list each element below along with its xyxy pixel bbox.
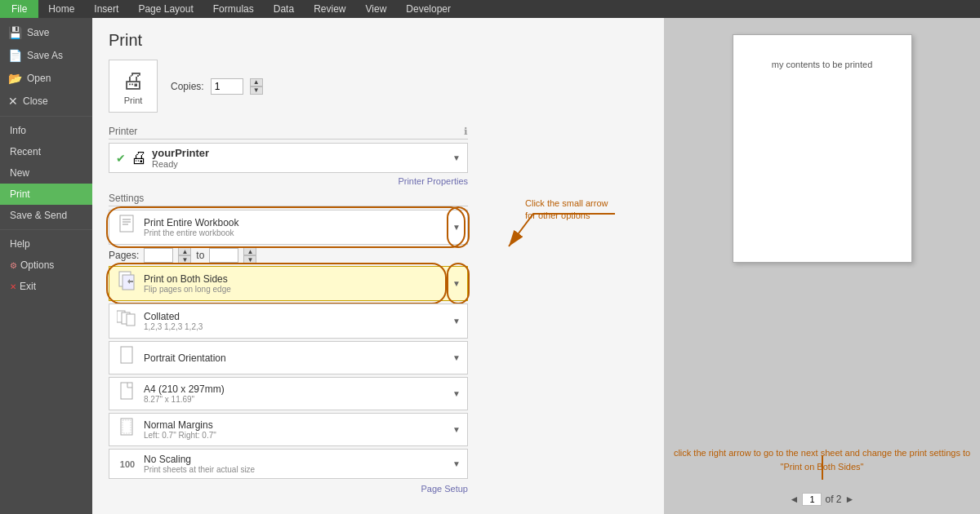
- sidebar-item-help[interactable]: Help: [0, 233, 92, 255]
- sidebar-item-new[interactable]: New: [0, 162, 92, 184]
- sidebar-item-open[interactable]: 📂 Open: [0, 67, 92, 90]
- sidebar-item-recent[interactable]: Recent: [0, 141, 92, 162]
- sidebar-item-options[interactable]: ⚙ Options: [0, 255, 92, 276]
- pages-spinner: ▲ ▼: [178, 247, 191, 264]
- sidebar-item-close[interactable]: ✕ Close: [0, 90, 92, 113]
- collate-dropdown-arrow[interactable]: ▼: [452, 317, 461, 326]
- printer-status: Ready: [152, 159, 452, 169]
- print-title: Print: [109, 31, 468, 50]
- menu-page-layout[interactable]: Page Layout: [128, 0, 203, 18]
- scope-dropdown-arrow[interactable]: ▼: [452, 223, 461, 232]
- pagination-bar: ◄ of 2 ►: [790, 493, 855, 506]
- printer-icon: 🖨: [122, 67, 145, 94]
- printer-device-icon: 🖨: [131, 148, 147, 167]
- settings-row-scope[interactable]: Print Entire Workbook Print the entire w…: [109, 210, 468, 245]
- duplex-title: Print on Both Sides: [144, 273, 452, 285]
- margins-icon: [116, 418, 139, 441]
- printer-info-icon: ℹ: [464, 126, 468, 137]
- svg-rect-0: [120, 215, 133, 232]
- page-setup-link[interactable]: Page Setup: [109, 484, 468, 494]
- orientation-dropdown-arrow[interactable]: ▼: [452, 353, 461, 362]
- page-preview: my contents to be printed: [733, 34, 912, 263]
- margins-dropdown-arrow[interactable]: ▼: [452, 425, 461, 434]
- menu-data[interactable]: Data: [264, 0, 304, 18]
- menu-developer[interactable]: Developer: [396, 0, 461, 18]
- printer-dropdown-arrow[interactable]: ▼: [452, 153, 461, 162]
- scaling-content: No Scaling Print sheets at their actual …: [144, 454, 452, 474]
- pages-from-input[interactable]: [144, 248, 173, 263]
- pages-label: Pages:: [109, 250, 139, 261]
- pages-spin-up[interactable]: ▲: [178, 247, 191, 255]
- collate-subtitle: 1,2,3 1,2,3 1,2,3: [144, 322, 452, 331]
- paper-content: A4 (210 x 297mm) 8.27" x 11.69": [144, 383, 452, 404]
- annotation-arrow-svg: Click the small arrowfor other options: [484, 197, 664, 459]
- settings-row-paper[interactable]: A4 (210 x 297mm) 8.27" x 11.69" ▼: [109, 377, 468, 410]
- sidebar-item-exit[interactable]: ✕ Exit: [0, 276, 92, 297]
- copies-spinner: ▲ ▼: [250, 78, 263, 95]
- copies-spin-up[interactable]: ▲: [250, 78, 263, 86]
- pages-to-spin-down[interactable]: ▼: [243, 255, 256, 264]
- paper-subtitle: 8.27" x 11.69": [144, 395, 452, 404]
- margins-content: Normal Margins Left: 0.7" Right: 0.7": [144, 419, 452, 440]
- settings-row-orientation[interactable]: Portrait Orientation ▼: [109, 341, 468, 374]
- menu-view[interactable]: View: [356, 0, 397, 18]
- menu-review[interactable]: Review: [304, 0, 355, 18]
- collate-content: Collated 1,2,3 1,2,3 1,2,3: [144, 311, 452, 331]
- printer-section-label: Printer ℹ: [109, 126, 468, 140]
- prev-page-button[interactable]: ◄: [790, 494, 800, 505]
- margins-subtitle: Left: 0.7" Right: 0.7": [144, 431, 452, 440]
- pages-to-input[interactable]: [209, 248, 238, 263]
- menu-formulas[interactable]: Formulas: [203, 0, 264, 18]
- close-icon: ✕: [8, 95, 18, 108]
- menu-bar: File Home Insert Page Layout Formulas Da…: [0, 0, 980, 18]
- annotation-arrow-text: Click the small arrowfor other options: [525, 197, 664, 223]
- sidebar: 💾 Save 📄 Save As 📂 Open ✕ Close Info Rec…: [0, 18, 92, 514]
- scope-title: Print Entire Workbook: [144, 217, 452, 228]
- print-btn-label: Print: [124, 95, 143, 105]
- copies-input[interactable]: [211, 78, 243, 95]
- menu-insert[interactable]: Insert: [84, 0, 128, 18]
- copies-label: Copies:: [171, 81, 204, 92]
- sidebar-item-save-send[interactable]: Save & Send: [0, 205, 92, 226]
- duplex-content: Print on Both Sides Flip pages on long e…: [144, 273, 452, 294]
- save-as-icon: 📄: [8, 49, 22, 62]
- duplex-subtitle: Flip pages on long edge: [144, 285, 452, 294]
- orientation-title: Portrait Orientation: [144, 352, 452, 364]
- pages-spin-down[interactable]: ▼: [178, 255, 191, 264]
- copies-spin-down[interactable]: ▼: [250, 86, 263, 95]
- options-icon: ⚙: [10, 261, 17, 270]
- printer-properties-link[interactable]: Printer Properties: [109, 176, 468, 186]
- svg-rect-10: [121, 383, 132, 399]
- svg-rect-8: [127, 314, 135, 326]
- duplex-dropdown-arrow[interactable]: ▼: [452, 279, 461, 288]
- settings-row-duplex-wrapper: Print on Both Sides Flip pages on long e…: [109, 266, 468, 301]
- main-layout: 💾 Save 📄 Save As 📂 Open ✕ Close Info Rec…: [0, 18, 980, 514]
- pages-to-label: to: [196, 250, 204, 261]
- next-page-button[interactable]: ►: [845, 494, 855, 505]
- menu-file[interactable]: File: [0, 0, 38, 18]
- menu-home[interactable]: Home: [38, 0, 84, 18]
- settings-row-collate[interactable]: Collated 1,2,3 1,2,3 1,2,3 ▼: [109, 304, 468, 339]
- settings-row-duplex[interactable]: Print on Both Sides Flip pages on long e…: [109, 266, 468, 301]
- settings-row-margins[interactable]: Normal Margins Left: 0.7" Right: 0.7" ▼: [109, 413, 468, 446]
- scaling-dropdown-arrow[interactable]: ▼: [452, 459, 461, 468]
- annotation-area: Click the small arrowfor other options: [484, 18, 664, 514]
- paper-dropdown-arrow[interactable]: ▼: [452, 389, 461, 398]
- collate-icon: [116, 308, 139, 334]
- sidebar-item-print[interactable]: Print: [0, 184, 92, 205]
- sidebar-item-save-as[interactable]: 📄 Save As: [0, 44, 92, 67]
- print-scope-icon: [116, 215, 139, 240]
- collate-title: Collated: [144, 311, 452, 322]
- print-button[interactable]: 🖨 Print: [109, 60, 158, 113]
- printer-selector[interactable]: ✔ 🖨 yourPrinter Ready ▼: [109, 143, 468, 173]
- indicator-line: [822, 455, 823, 480]
- save-icon: 💾: [8, 26, 22, 39]
- duplex-icon: [116, 271, 139, 296]
- page-number-input[interactable]: [802, 493, 822, 506]
- settings-row-scaling[interactable]: 100 No Scaling Print sheets at their act…: [109, 449, 468, 479]
- sidebar-item-info[interactable]: Info: [0, 120, 92, 141]
- scaling-icon: 100: [116, 459, 139, 469]
- sidebar-item-save[interactable]: 💾 Save: [0, 21, 92, 44]
- scope-content: Print Entire Workbook Print the entire w…: [144, 217, 452, 237]
- pages-to-spin-up[interactable]: ▲: [243, 247, 256, 255]
